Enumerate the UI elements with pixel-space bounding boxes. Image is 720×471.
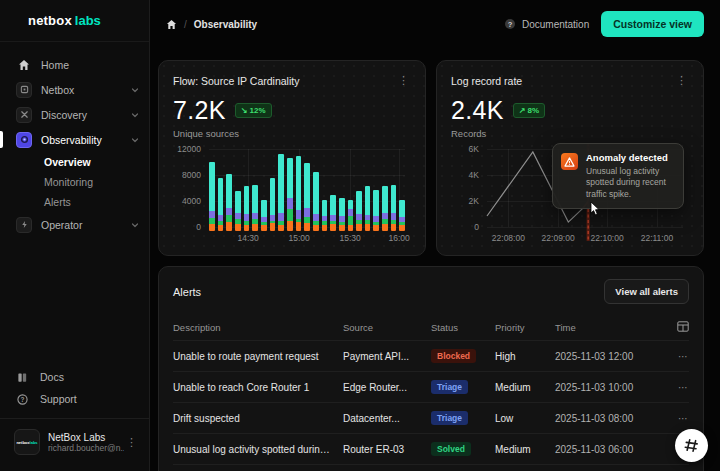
flow-card-kebab-icon[interactable]: ⋮ bbox=[396, 73, 411, 88]
sidebar-item-label: Home bbox=[41, 59, 139, 71]
netbox-icon bbox=[16, 82, 32, 98]
breadcrumb: / Observability bbox=[166, 19, 257, 30]
bar[interactable] bbox=[313, 172, 319, 231]
home-icon[interactable] bbox=[166, 19, 177, 30]
bar[interactable] bbox=[339, 198, 345, 231]
operator-icon bbox=[16, 217, 32, 233]
svg-text:?: ? bbox=[21, 395, 25, 402]
column-header: Priority bbox=[495, 322, 555, 333]
book-icon bbox=[17, 372, 30, 383]
feedback-widget-button[interactable] bbox=[675, 429, 708, 462]
bar[interactable] bbox=[278, 154, 284, 231]
column-header: Time bbox=[555, 322, 659, 333]
brand-secondary: labs bbox=[75, 13, 101, 28]
bar[interactable] bbox=[365, 186, 371, 231]
column-header: Source bbox=[343, 322, 431, 333]
bar[interactable] bbox=[270, 178, 276, 231]
table-header-row: DescriptionSourceStatusPriorityTime bbox=[173, 314, 689, 340]
sidebar-item-discovery[interactable]: Discovery bbox=[0, 102, 149, 127]
customize-view-button[interactable]: Customize view bbox=[601, 11, 704, 37]
tooltip-title: Anomaly detected bbox=[586, 152, 674, 163]
bar[interactable] bbox=[348, 200, 354, 231]
column-header: Status bbox=[431, 322, 495, 333]
sidebar-item-operator[interactable]: Operator bbox=[0, 212, 149, 237]
alert-description: Unable to route payment request bbox=[173, 351, 343, 362]
bar-y-tick: 12000 bbox=[177, 144, 201, 154]
bar[interactable] bbox=[330, 195, 336, 231]
observability-icon bbox=[16, 132, 32, 148]
bar[interactable] bbox=[373, 190, 379, 231]
flow-bar-chart: 1200080004000014:3015:0015:3016:00 bbox=[173, 145, 411, 249]
alerts-title: Alerts bbox=[173, 286, 201, 298]
alert-row[interactable]: Drift suspectedDatacenter...TriageLow202… bbox=[173, 402, 689, 433]
sidebar-item-label: Operator bbox=[41, 219, 131, 231]
sidebar-item-support[interactable]: ? Support bbox=[0, 388, 149, 410]
sidebar-item-home[interactable]: Home bbox=[0, 52, 149, 77]
alert-source: Router ER-03 bbox=[343, 444, 431, 455]
line-y-tick: 2K bbox=[469, 196, 479, 206]
sidebar-nav: HomeNetboxDiscoveryObservabilityOverview… bbox=[0, 52, 149, 366]
row-actions-icon[interactable]: ⋯ bbox=[659, 351, 689, 362]
bar[interactable] bbox=[235, 191, 241, 231]
bar-y-tick: 4000 bbox=[182, 196, 201, 206]
bar[interactable] bbox=[322, 200, 328, 231]
flow-cardinality-card: Flow: Source IP Cardinality ⋮ 7.2K ↘ 12%… bbox=[158, 60, 426, 256]
bar-x-tick: 15:00 bbox=[289, 233, 310, 243]
user-email: richard.boucher@n... bbox=[48, 443, 124, 453]
bar[interactable] bbox=[226, 174, 232, 231]
brand-logo: netbox labs bbox=[0, 0, 149, 42]
org-name: NetBox Labs bbox=[48, 432, 124, 443]
table-grid-icon[interactable] bbox=[659, 321, 689, 334]
flow-metric-subtitle: Unique sources bbox=[173, 128, 411, 139]
alert-row[interactable]: Unusual log activity spotted during rece… bbox=[173, 433, 689, 464]
alert-row[interactable]: Unable to route payment requestPayment A… bbox=[173, 340, 689, 371]
svg-text:?: ? bbox=[508, 20, 513, 29]
alerts-card: Alerts View all alerts DescriptionSource… bbox=[158, 266, 704, 471]
bar-x-tick: 14:30 bbox=[238, 233, 259, 243]
line-x-tick: 22:09:00 bbox=[542, 233, 575, 243]
view-all-alerts-button[interactable]: View all alerts bbox=[604, 279, 689, 304]
line-x-tick: 22:10:00 bbox=[591, 233, 624, 243]
bar[interactable] bbox=[209, 162, 215, 231]
bar[interactable] bbox=[356, 191, 362, 231]
row-actions-icon[interactable]: ⋯ bbox=[659, 413, 689, 424]
alert-row[interactable]: Unable to reach Core Router 1Edge Router… bbox=[173, 371, 689, 402]
chevron-down-icon bbox=[131, 86, 139, 94]
bar[interactable] bbox=[391, 185, 397, 231]
alert-row[interactable]: ams03-core-2bAssurance...Solved2025-1...… bbox=[173, 464, 689, 471]
sidebar-subitem-alerts[interactable]: Alerts bbox=[0, 192, 149, 212]
bar[interactable] bbox=[218, 178, 224, 231]
topbar: / Observability ? Documentation Customiz… bbox=[150, 0, 720, 48]
bar[interactable] bbox=[244, 186, 250, 231]
bar[interactable] bbox=[304, 163, 310, 231]
user-card: netboxlabs NetBox Labs richard.boucher@n… bbox=[0, 418, 149, 467]
sidebar-subitem-monitoring[interactable]: Monitoring bbox=[0, 172, 149, 192]
alert-description: Unusual log activity spotted during rece… bbox=[173, 444, 343, 455]
user-menu-kebab-icon[interactable]: ⋮ bbox=[124, 435, 139, 450]
bar-y-tick: 0 bbox=[196, 222, 201, 232]
user-meta: NetBox Labs richard.boucher@n... bbox=[48, 432, 124, 453]
log-card-kebab-icon[interactable]: ⋮ bbox=[674, 73, 689, 88]
documentation-link[interactable]: ? Documentation bbox=[504, 18, 589, 30]
chevron-down-icon bbox=[131, 136, 139, 144]
bar[interactable] bbox=[382, 186, 388, 231]
status-badge: Triage bbox=[431, 380, 495, 394]
bar[interactable] bbox=[287, 158, 293, 231]
bar[interactable] bbox=[399, 200, 405, 231]
sidebar-item-observability[interactable]: Observability bbox=[0, 127, 149, 152]
row-actions-icon[interactable]: ⋯ bbox=[659, 382, 689, 393]
line-x-tick: 22:08:00 bbox=[492, 233, 525, 243]
line-y-tick: 0 bbox=[474, 222, 479, 232]
sidebar-footer: Docs ? Support netboxlabs NetBox Labs ri… bbox=[0, 366, 149, 471]
sidebar-item-docs[interactable]: Docs bbox=[0, 366, 149, 388]
alert-priority: Medium bbox=[495, 382, 555, 393]
mouse-cursor-icon bbox=[590, 202, 601, 220]
bar-y-tick: 8000 bbox=[182, 170, 201, 180]
bar[interactable] bbox=[261, 200, 267, 231]
bar[interactable] bbox=[252, 185, 258, 231]
sidebar-subitem-overview[interactable]: Overview bbox=[0, 152, 149, 172]
sidebar-item-netbox[interactable]: Netbox bbox=[0, 77, 149, 102]
alert-time: 2025-11-03 08:00 bbox=[555, 413, 659, 424]
line-y-tick: 4K bbox=[469, 170, 479, 180]
bar[interactable] bbox=[296, 156, 302, 231]
